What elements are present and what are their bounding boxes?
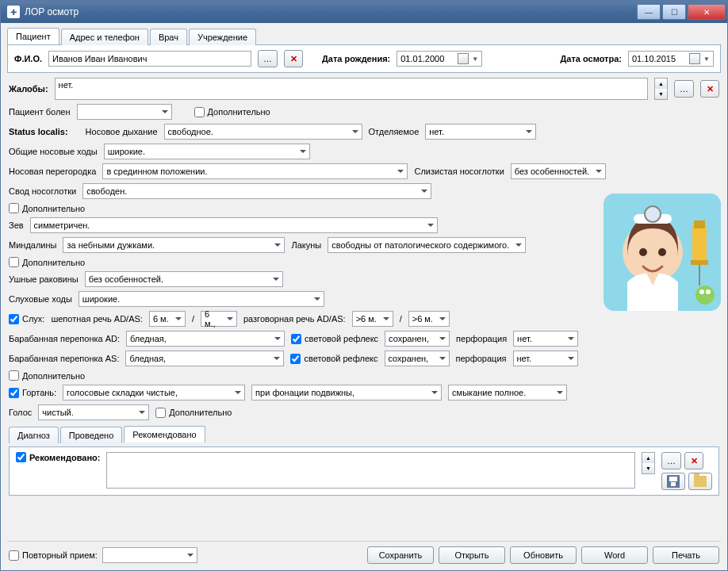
additional-2-checkbox[interactable]: Дополнительно (9, 203, 85, 213)
fauces-label: Зев (9, 220, 24, 230)
eardrum-ad-select[interactable]: бледная, (126, 331, 285, 347)
auricles-label: Ушные раковины (9, 274, 79, 284)
nasal-passages-select[interactable]: широкие. (104, 144, 310, 159)
recommended-save-button[interactable] (661, 473, 685, 490)
fio-clear-button[interactable]: ✕ (284, 50, 303, 67)
light-reflex-ad-select[interactable]: сохранен, (385, 331, 450, 347)
light-reflex-as-checkbox[interactable]: световой рефлекс (290, 354, 377, 364)
repeat-visit-checkbox[interactable]: Повторный прием: (9, 550, 98, 561)
tonsils-label: Миндалины (9, 240, 56, 250)
nasal-breathing-select[interactable]: свободное. (164, 124, 362, 140)
tab-patient[interactable]: Пациент (7, 28, 59, 44)
ear-canals-label: Слуховые ходы (9, 294, 72, 304)
recommended-panel: Рекомендовано: ▲▼ … ✕ (9, 446, 719, 496)
patient-ill-select[interactable] (77, 104, 172, 120)
ear-canals-select[interactable]: широкие. (79, 291, 324, 307)
exam-date-label: Дата осмотра: (560, 54, 622, 63)
additional-1-checkbox[interactable]: Дополнительно (194, 107, 270, 117)
save-icon (667, 475, 680, 488)
dob-value: 01.01.2000 (400, 54, 454, 63)
additional-3-checkbox[interactable]: Дополнительно (9, 257, 85, 267)
recommended-browse-button[interactable]: … (661, 452, 681, 469)
fio-input[interactable] (48, 51, 251, 67)
bottom-tabs: Диагноз Проведено Рекомендовано (9, 426, 719, 443)
doctor-illustration (603, 194, 721, 311)
whisper-as-select[interactable]: 6 м., (201, 311, 237, 327)
tab-diagnosis[interactable]: Диагноз (9, 427, 59, 443)
patient-panel: Ф.И.О. … ✕ Дата рождения: 01.01.2000 ▼ Д… (7, 44, 721, 73)
light-reflex-as-select[interactable]: сохранен, (385, 351, 450, 366)
svg-point-11 (699, 289, 704, 294)
recommended-clear-button[interactable]: ✕ (684, 452, 703, 469)
closure-select[interactable]: смыкание полное. (448, 385, 567, 400)
speech-as-select[interactable]: >6 м. (408, 311, 450, 327)
discharge-select[interactable]: нет. (425, 124, 536, 140)
voice-label: Голос (9, 408, 32, 417)
main-tabs: Пациент Адрес и телефон Врач Учреждение (7, 28, 721, 44)
whisper-ad-select[interactable]: 6 м. (149, 311, 186, 327)
eardrum-as-select[interactable]: бледная, (125, 351, 284, 366)
light-reflex-ad-checkbox[interactable]: световой рефлекс (291, 334, 378, 344)
svg-rect-6 (692, 225, 707, 260)
additional-5-checkbox[interactable]: Дополнительно (155, 408, 232, 418)
exam-date-field[interactable]: 01.10.2015 ▼ (628, 51, 714, 67)
svg-point-12 (706, 289, 711, 294)
speech-ad-select[interactable]: >6 м. (352, 311, 393, 327)
folder-icon (694, 476, 707, 487)
calendar-icon (689, 53, 700, 64)
vocal-folds-select[interactable]: голосовые складки чистые, (63, 385, 245, 400)
tab-performed[interactable]: Проведено (60, 427, 122, 443)
phonation-select[interactable]: при фонации подвижны, (251, 385, 442, 400)
complaints-clear-button[interactable]: ✕ (700, 80, 719, 98)
dob-field[interactable]: 01.01.2000 ▼ (397, 51, 482, 67)
nasal-breathing-label: Носовое дыхание (86, 127, 158, 136)
eardrum-as-label: Барабанная перепонка AS: (9, 354, 119, 363)
recommended-spinner[interactable]: ▲▼ (642, 452, 655, 474)
perforation-ad-label: перфорация (456, 334, 507, 343)
larynx-checkbox[interactable]: Гортань: (9, 388, 56, 398)
repeat-visit-select[interactable] (102, 547, 197, 563)
lacunae-label: Лакуны (291, 240, 321, 250)
complaints-browse-button[interactable]: … (674, 80, 694, 98)
tab-institution[interactable]: Учреждение (189, 29, 256, 45)
eardrum-ad-label: Барабанная перепонка AD: (9, 334, 120, 343)
tonsils-select[interactable]: за небными дужками. (63, 237, 285, 253)
septum-select[interactable]: в срединном положении. (102, 163, 408, 179)
close-window-button[interactable]: ✕ (688, 4, 726, 20)
tab-recommended[interactable]: Рекомендовано (124, 426, 205, 443)
voice-select[interactable]: чистый. (38, 404, 149, 420)
calendar-icon (458, 53, 469, 64)
slash-1: / (192, 314, 194, 324)
fauces-select[interactable]: симметричен. (30, 217, 438, 233)
refresh-button[interactable]: Обновить (510, 546, 577, 564)
perforation-as-select[interactable]: нет. (513, 351, 578, 366)
recommended-checkbox[interactable]: Рекомендовано: (16, 452, 100, 462)
speech-label: разговорная речь AD/AS: (243, 314, 346, 324)
discharge-label: Отделяемое (369, 127, 420, 136)
recommended-folder-button[interactable] (688, 473, 712, 490)
complaints-spinner[interactable]: ▲▼ (654, 78, 668, 100)
perforation-ad-select[interactable]: нет. (513, 331, 578, 347)
dob-label: Дата рождения: (322, 54, 390, 63)
auricles-select[interactable]: без особенностей. (85, 271, 283, 287)
additional-4-checkbox[interactable]: Дополнительно (9, 370, 85, 381)
save-button[interactable]: Сохранить (367, 546, 434, 564)
hearing-checkbox[interactable]: Слух: (9, 314, 44, 324)
open-button[interactable]: Открыть (439, 546, 505, 564)
print-button[interactable]: Печать (653, 546, 719, 564)
maximize-button[interactable]: ☐ (662, 4, 686, 20)
fornix-label: Свод носоглотки (9, 186, 76, 196)
titlebar: ✚ ЛОР осмотр — ☐ ✕ (1, 1, 727, 23)
word-button[interactable]: Word (581, 546, 648, 564)
tab-address[interactable]: Адрес и телефон (61, 29, 148, 45)
fornix-select[interactable]: свободен. (82, 183, 431, 199)
mucosa-label: Слизистая носоглотки (414, 167, 504, 176)
lacunae-select[interactable]: свободны от патологического содержимого. (328, 237, 526, 253)
recommended-textarea[interactable] (106, 452, 635, 489)
mucosa-select[interactable]: без особенностей. (511, 163, 606, 179)
complaints-textarea[interactable]: нет. (55, 78, 648, 100)
app-icon: ✚ (7, 6, 20, 18)
tab-doctor[interactable]: Врач (150, 29, 187, 45)
minimize-button[interactable]: — (637, 4, 661, 20)
fio-browse-button[interactable]: … (258, 50, 278, 67)
